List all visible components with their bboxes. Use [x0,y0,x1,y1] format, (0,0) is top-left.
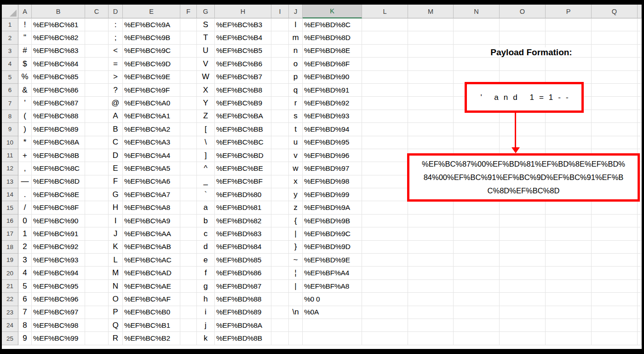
payload-input-box[interactable]: ' and 1=1-- [465,82,584,113]
payload-formation-text: Payload Formation: [489,47,573,57]
payload-encoded-text: %EF%BC%87%00%EF%BD%81%EF%BD%8E%EF%BD%84%… [420,157,627,197]
payload-encoded-box[interactable]: %EF%BC%87%00%EF%BD%81%EF%BD%8E%EF%BD%84%… [407,153,640,202]
screenshot-frame: ABCDEFGHIJKLMNOPQ1!%EF%BC%81:%EF%BC%9AS%… [0,0,644,354]
payload-input-text: ' and 1=1-- [480,93,573,102]
arrow-line [515,112,516,148]
annotation-layer: Payload Formation: ' and 1=1-- %EF%BC%87… [0,0,644,354]
arrow-down-icon [512,147,520,153]
payload-formation-title: Payload Formation: [416,47,644,58]
